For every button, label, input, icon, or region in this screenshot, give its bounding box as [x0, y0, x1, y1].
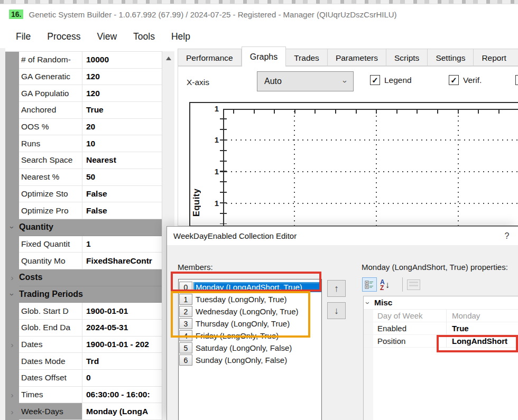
scroll-up-arrow-icon[interactable] — [162, 51, 174, 65]
member-text[interactable]: Thursday (LongOnly, True) — [193, 319, 321, 329]
property-row-oos[interactable]: OOS %20 — [5, 119, 162, 136]
property-row-optimize-pro[interactable]: Optimize ProFalse — [5, 202, 162, 219]
legend-checkbox[interactable]: ✓ Legend — [370, 75, 412, 85]
property-row-dates-offset[interactable]: Dates Offset0 — [5, 370, 162, 387]
property-row-glob-start-d[interactable]: Glob. Start D1900-01-01 — [5, 303, 162, 320]
member-index-button[interactable]: 5 — [179, 342, 192, 353]
property-value[interactable]: 20 — [82, 119, 162, 136]
categorized-view-button[interactable] — [362, 277, 377, 292]
tab-scripts[interactable]: Scripts — [386, 49, 428, 66]
dialog-property-value[interactable]: True — [447, 322, 518, 335]
property-row-fixed-quantit[interactable]: Fixed Quantit1 — [5, 236, 162, 253]
member-text[interactable]: Sunday (LongOnly, False) — [193, 355, 321, 365]
category-row-costs[interactable]: ›Costs — [5, 269, 162, 286]
tab-parameters[interactable]: Parameters — [328, 49, 386, 66]
dialog-property-value[interactable]: Monday — [447, 310, 518, 322]
property-value[interactable]: True — [82, 102, 162, 119]
members-listbox[interactable]: 0Monday (LongAndShort, True)1Tuesday (Lo… — [178, 279, 322, 420]
property-row-quantity-mo[interactable]: Quantity MoFixedShareContr — [5, 253, 162, 269]
property-value[interactable]: 2024-05-31 — [82, 320, 162, 337]
tab-settings[interactable]: Settings — [428, 49, 474, 66]
property-row-search-space[interactable]: Search SpaceNearest — [5, 152, 162, 169]
property-row-dates[interactable]: ›Dates1900-01-01 - 202 — [5, 337, 162, 353]
menu-item-help[interactable]: Help — [171, 31, 190, 42]
tab-report[interactable]: Report — [474, 49, 518, 66]
member-index-button[interactable]: 2 — [179, 306, 192, 317]
property-value[interactable]: 120 — [82, 85, 162, 102]
member-index-button[interactable]: 1 — [179, 294, 192, 305]
property-value[interactable]: False — [82, 202, 162, 219]
equity-chart[interactable]: 1 1 1 1 Equity — [189, 102, 518, 227]
verif-checkbox[interactable]: ✓ Verif. — [449, 75, 482, 85]
dialog-property-row-day-of-week[interactable]: Day of WeekMonday — [364, 310, 518, 322]
list-item-member-3[interactable]: 3Thursday (LongOnly, True) — [179, 318, 321, 330]
property-row-ga-generatic[interactable]: GA Generatic120 — [5, 69, 162, 86]
property-row-times[interactable]: ›Times06:30:00 - 16:00: — [5, 387, 162, 404]
property-row-of-random[interactable]: # of Random-10000 — [5, 52, 162, 69]
property-row-anchored[interactable]: AnchoredTrue — [5, 102, 162, 119]
help-button[interactable]: ? — [499, 227, 515, 245]
menu-item-tools[interactable]: Tools — [133, 31, 155, 42]
category-row-misc[interactable]: › Misc — [364, 296, 518, 310]
checkmark-icon[interactable]: ✓ — [370, 75, 380, 85]
member-text[interactable]: Tuesday (LongOnly, True) — [193, 294, 321, 304]
property-value[interactable]: Trd — [82, 353, 162, 370]
member-index-button[interactable]: 3 — [179, 318, 192, 329]
cutoff-checkbox[interactable] — [515, 75, 518, 85]
list-item-member-2[interactable]: 2Wednesday (LongOnly, True) — [179, 305, 321, 318]
tab-graphs[interactable]: Graphs — [242, 46, 286, 67]
menu-item-file[interactable]: File — [16, 31, 31, 42]
property-value[interactable]: 06:30:00 - 16:00: — [82, 387, 162, 404]
xaxis-dropdown[interactable]: Auto › — [257, 71, 354, 91]
dialog-property-value[interactable]: LongAndShort — [447, 335, 518, 348]
list-item-member-6[interactable]: 6Sunday (LongOnly, False) — [179, 354, 321, 366]
move-up-button[interactable]: ↑ — [327, 280, 346, 297]
property-row-runs[interactable]: Runs10 — [5, 135, 162, 152]
checkmark-icon[interactable]: ✓ — [449, 75, 459, 85]
property-value[interactable]: 50 — [82, 169, 162, 186]
alphabetical-sort-button[interactable]: AZ ↓ — [380, 278, 399, 292]
dialog-property-row-position[interactable]: PositionLongAndShort — [364, 335, 518, 348]
list-item-member-1[interactable]: 1Tuesday (LongOnly, True) — [179, 293, 321, 305]
chevron-down-icon[interactable]: › — [8, 293, 16, 296]
property-row-week-days[interactable]: ›Week-DaysMonday (LongA — [5, 403, 162, 420]
member-text[interactable]: Friday (LongOnly, True) — [193, 331, 321, 341]
category-row-quantity[interactable]: ›Quantity — [5, 219, 162, 236]
member-index-button[interactable]: 4 — [179, 330, 192, 341]
menu-item-view[interactable]: View — [97, 31, 117, 42]
member-text[interactable]: Wednesday (LongOnly, True) — [193, 306, 321, 316]
tab-performance[interactable]: Performance — [178, 49, 242, 66]
category-row-trading-periods[interactable]: ›Trading Periods — [5, 286, 162, 303]
list-item-member-4[interactable]: 4Friday (LongOnly, True) — [179, 330, 321, 342]
member-text[interactable]: Saturday (LongOnly, False) — [193, 343, 321, 353]
property-row-dates-mode[interactable]: Dates ModeTrd — [5, 353, 162, 370]
property-row-glob-end-da[interactable]: Glob. End Da2024-05-31 — [5, 320, 162, 337]
chevron-right-icon[interactable]: › — [11, 408, 14, 416]
list-item-member-5[interactable]: 5Saturday (LongOnly, False) — [179, 342, 321, 354]
property-value[interactable]: 120 — [82, 69, 162, 86]
member-index-button[interactable]: 0 — [179, 282, 192, 293]
member-index-button[interactable]: 6 — [179, 354, 192, 366]
property-value[interactable]: Nearest — [82, 152, 162, 169]
property-value[interactable]: 10000 — [82, 52, 162, 69]
property-value[interactable]: 10 — [82, 135, 162, 152]
menu-item-process[interactable]: Process — [47, 31, 80, 42]
chevron-right-icon[interactable]: › — [11, 274, 14, 282]
chevron-right-icon[interactable]: › — [11, 391, 14, 399]
property-value[interactable]: 0 — [82, 370, 162, 387]
property-value[interactable]: False — [82, 186, 162, 203]
property-value[interactable]: 1900-01-01 - 202 — [82, 337, 162, 353]
property-row-nearest[interactable]: Nearest %50 — [5, 169, 162, 186]
chevron-right-icon[interactable]: › — [11, 341, 14, 349]
dialog-title-bar[interactable]: WeekDayEnabled Collection Editor — [167, 227, 518, 245]
member-text[interactable]: Monday (LongAndShort, True) — [193, 282, 321, 292]
property-row-optimize-sto[interactable]: Optimize StoFalse — [5, 186, 162, 203]
chevron-down-icon[interactable]: › — [8, 226, 16, 229]
property-value[interactable]: 1 — [82, 236, 162, 253]
property-value[interactable]: FixedShareContr — [82, 253, 162, 269]
dialog-property-row-enabled[interactable]: EnabledTrue — [364, 322, 518, 335]
property-row-ga-populatio[interactable]: GA Populatio120 — [5, 85, 162, 102]
move-down-button[interactable]: ↓ — [327, 302, 346, 319]
property-value[interactable]: 1900-01-01 — [82, 303, 162, 320]
list-item-member-0[interactable]: 0Monday (LongAndShort, True) — [179, 281, 321, 293]
